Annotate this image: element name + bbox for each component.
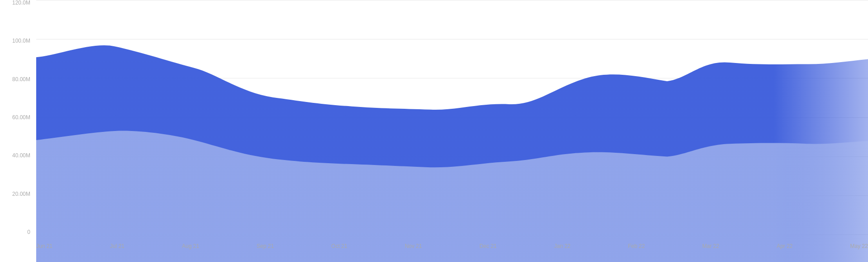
x-label-feb22: Feb 22 bbox=[628, 243, 644, 249]
y-label-80m: 80.00M bbox=[0, 77, 30, 82]
x-label-dec21: Dec 21 bbox=[479, 243, 496, 249]
x-label-aug21: Aug 21 bbox=[182, 243, 199, 249]
x-label-jun21: Jun 21 bbox=[36, 243, 52, 249]
y-label-60m: 60.00M bbox=[0, 115, 30, 120]
x-label-sep21: Sep 21 bbox=[257, 243, 274, 249]
y-label-0: 0 bbox=[0, 229, 30, 235]
gridline-120m bbox=[36, 0, 868, 0]
x-label-oct21: Oct 21 bbox=[331, 243, 347, 249]
area-chart-svg bbox=[36, 9, 868, 262]
chart-container: 0 20.00M 40.00M 60.00M 80.00M 100.0M 120… bbox=[0, 0, 868, 262]
x-label-apr22: Apr 22 bbox=[777, 243, 792, 249]
y-axis: 0 20.00M 40.00M 60.00M 80.00M 100.0M 120… bbox=[0, 0, 34, 235]
x-label-jul21: Jul 21 bbox=[110, 243, 124, 249]
y-label-120m: 120.0M bbox=[0, 0, 30, 5]
x-axis: Jun 21 Jul 21 Aug 21 Sep 21 Oct 21 Nov 2… bbox=[36, 239, 868, 262]
x-label-jan22: Jan 22 bbox=[554, 243, 570, 249]
chart-svg-area bbox=[36, 9, 868, 262]
y-label-100m: 100.0M bbox=[0, 38, 30, 44]
x-label-may22: May 22 bbox=[850, 243, 868, 249]
x-label-nov21: Nov 21 bbox=[405, 243, 422, 249]
y-label-40m: 40.00M bbox=[0, 153, 30, 158]
y-label-20m: 20.00M bbox=[0, 191, 30, 197]
x-label-mar22: Mar 22 bbox=[702, 243, 719, 249]
